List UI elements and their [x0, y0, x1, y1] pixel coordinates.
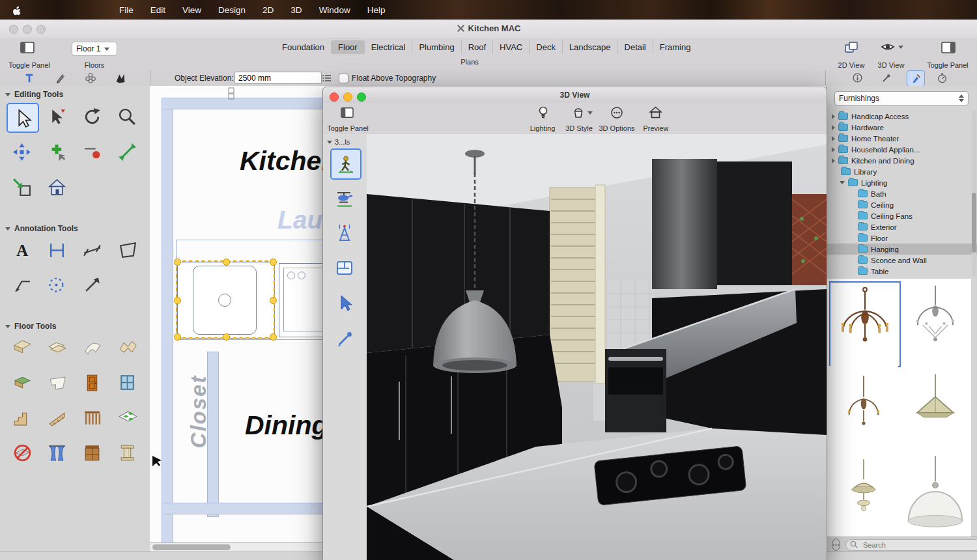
remove-tool[interactable] [77, 138, 107, 165]
tree-item-floor[interactable]: Floor [827, 232, 977, 244]
catalog-item-dome-light[interactable] [901, 451, 970, 534]
menu-help[interactable]: Help [367, 5, 386, 15]
delete-floor-tool[interactable] [7, 439, 36, 466]
walkthrough-tool[interactable] [330, 148, 361, 180]
chevron-right-icon[interactable] [832, 125, 835, 130]
tree-scrollbar[interactable] [972, 111, 976, 276]
section-editing-tools[interactable]: Editing Tools [5, 90, 63, 99]
curved-sheet-tool[interactable] [77, 333, 107, 361]
menu-3d[interactable]: 3D [290, 5, 302, 15]
menu-design[interactable]: Design [218, 5, 246, 15]
tree-item-handicap-access[interactable]: Handicap Access [827, 111, 976, 122]
checkered-floor-tool[interactable] [112, 404, 142, 431]
2d-view-button[interactable] [844, 41, 858, 57]
lighting-button[interactable] [537, 105, 550, 122]
selection-handle[interactable] [223, 333, 230, 341]
3d-options-button[interactable] [610, 106, 623, 122]
selection-box[interactable] [176, 260, 275, 339]
railing-tool[interactable] [77, 404, 107, 431]
end-to-end-dimension-tool[interactable] [77, 236, 107, 263]
text-style-tool[interactable] [23, 72, 35, 87]
chevron-right-icon[interactable] [832, 114, 835, 119]
scrollbar-thumb[interactable] [152, 544, 231, 550]
helicopter-view-tool[interactable] [330, 184, 359, 212]
tab-landscape[interactable]: Landscape [562, 40, 617, 54]
chevron-right-icon[interactable] [832, 136, 835, 141]
float-topography-checkbox[interactable] [339, 74, 348, 83]
selection-handle[interactable] [174, 259, 181, 266]
wall-segment[interactable] [162, 503, 340, 514]
tab-hvac[interactable]: HVAC [492, 40, 529, 54]
cutout-sheet-tool[interactable] [42, 369, 72, 396]
stopwatch-button[interactable] [937, 72, 948, 86]
tab-foundation[interactable]: Foundation [276, 40, 331, 54]
category-select[interactable]: Furnishings [834, 91, 969, 105]
menu-edit[interactable]: Edit [150, 5, 165, 15]
fit-extents-tool[interactable] [112, 138, 142, 165]
cabinet-tool[interactable] [77, 439, 107, 466]
catalog-item-tiered-pendant[interactable] [829, 451, 898, 534]
tree-item-exterior[interactable]: Exterior [827, 221, 977, 232]
deck-tool[interactable] [7, 369, 36, 396]
3d-select-tool[interactable] [330, 289, 359, 318]
column-tool[interactable] [112, 439, 142, 466]
tab-framing[interactable]: Framing [653, 40, 698, 54]
tree-item-library[interactable]: Library [827, 166, 977, 177]
spray-tool[interactable] [42, 271, 72, 298]
chevron-right-icon[interactable] [832, 158, 835, 163]
zoom-tool[interactable] [112, 103, 142, 130]
stairs-tool[interactable] [7, 404, 36, 431]
selection-handle[interactable] [223, 259, 230, 266]
apple-icon[interactable] [12, 5, 21, 16]
selection-handle[interactable] [174, 333, 181, 341]
select-tool[interactable] [7, 103, 39, 133]
plan-overview-tool[interactable] [330, 254, 359, 283]
elevation-list-button[interactable] [322, 73, 332, 86]
fill-style-tool[interactable] [115, 72, 126, 87]
rotate-tool[interactable] [77, 103, 107, 130]
library-brush-button[interactable] [907, 70, 925, 87]
catalog-item-chandelier-ornate[interactable] [829, 281, 901, 367]
filter-ellipsis-button[interactable] [832, 539, 840, 551]
curtain-tool[interactable] [42, 439, 72, 466]
area-annotation-tool[interactable] [112, 236, 142, 263]
tree-item-hardware[interactable]: Hardware [827, 122, 976, 133]
section-annotation-tools[interactable]: Annotation Tools [5, 224, 78, 233]
menu-2d[interactable]: 2D [262, 5, 274, 15]
selection-handle[interactable] [270, 297, 277, 304]
tab-roof[interactable]: Roof [461, 40, 492, 54]
floor-sheet-tool[interactable] [7, 333, 36, 361]
3d-toggle-panel-button[interactable] [340, 107, 354, 121]
overview-tower-tool[interactable] [330, 219, 359, 247]
chevron-right-icon[interactable] [832, 147, 835, 152]
toggle-panel-left-button[interactable] [20, 41, 35, 57]
tab-detail[interactable]: Detail [617, 40, 653, 54]
tree-item-hanging[interactable]: Hanging [827, 244, 977, 255]
wall-segment[interactable] [162, 98, 340, 109]
toggle-panel-right-button[interactable] [941, 41, 956, 57]
info-button[interactable] [852, 72, 863, 86]
selection-handle[interactable] [270, 259, 277, 266]
tree-item-kitchen-and-dining[interactable]: Kitchen and Dining [827, 155, 976, 166]
catalog-item-pyramid-pendant[interactable] [901, 366, 970, 449]
dimension-tool[interactable] [42, 236, 72, 263]
selection-handle[interactable] [270, 333, 277, 341]
add-tool[interactable] [42, 138, 72, 165]
menu-file[interactable]: File [119, 5, 134, 15]
window-tool[interactable] [112, 369, 142, 396]
3d-tools-header[interactable]: 3...ls [327, 138, 350, 146]
tree-item-home-theater[interactable]: Home Theater [827, 133, 976, 144]
3d-viewport[interactable] [367, 134, 827, 560]
move-tool[interactable] [7, 138, 36, 165]
import-tool[interactable] [7, 173, 36, 201]
tree-item-bath[interactable]: Bath [827, 188, 977, 199]
3d-view-window[interactable]: 3D View Toggle Panel Lighting 3D Style 3… [322, 87, 827, 560]
catalog-item-chandelier-crystal[interactable] [901, 281, 970, 365]
callout-tool[interactable] [55, 72, 66, 87]
library-search-input[interactable] [845, 539, 977, 551]
catalog-item-chandelier-small[interactable] [829, 366, 898, 449]
house-move-tool[interactable] [42, 173, 72, 201]
text-tool[interactable]: A [7, 236, 36, 263]
folded-sheet-tool[interactable] [112, 333, 142, 361]
tree-item-ceiling-fans[interactable]: Ceiling Fans [827, 210, 977, 221]
